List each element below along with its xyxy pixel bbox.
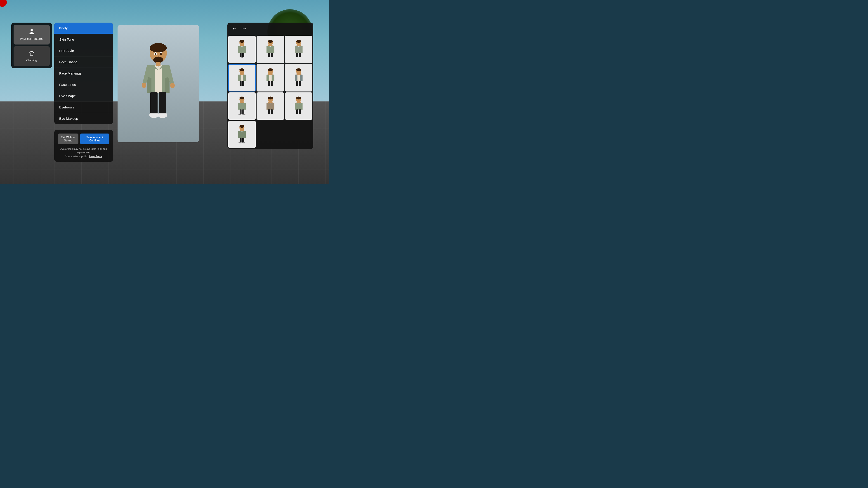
- svg-point-9: [160, 53, 162, 55]
- avatar-preview-panel: [118, 25, 199, 142]
- svg-rect-39: [295, 57, 298, 59]
- svg-rect-44: [241, 75, 243, 81]
- category-panel: Physical Features Clothing: [11, 23, 52, 68]
- svg-point-8: [155, 53, 156, 55]
- svg-rect-48: [243, 86, 246, 87]
- svg-rect-88: [240, 130, 244, 131]
- physical-features-button[interactable]: Physical Features: [13, 25, 50, 44]
- outfit-item-8[interactable]: [256, 92, 284, 120]
- menu-item-eye-shape[interactable]: Eye Shape: [54, 90, 113, 101]
- action-buttons-row: Exit Without Saving Save Avatar & Contin…: [58, 133, 110, 144]
- svg-rect-29: [268, 45, 273, 46]
- svg-rect-14: [150, 92, 158, 115]
- bottom-actions-panel: Exit Without Saving Save Avatar & Contin…: [54, 130, 113, 162]
- svg-rect-92: [243, 142, 246, 143]
- svg-rect-45: [240, 81, 242, 86]
- menu-panel: Body Skin Tone Hair Style Face Shape Fac…: [54, 23, 113, 124]
- svg-rect-85: [299, 114, 302, 115]
- svg-point-73: [268, 97, 273, 100]
- exit-without-saving-button[interactable]: Exit Without Saving: [58, 133, 79, 144]
- svg-rect-81: [297, 102, 301, 103]
- undo-button[interactable]: ↩: [231, 25, 238, 32]
- right-panel-header: ↩ ↪: [227, 23, 313, 35]
- svg-point-28: [268, 40, 273, 43]
- svg-rect-90: [242, 138, 244, 143]
- svg-rect-89: [240, 138, 242, 143]
- menu-item-hair-style[interactable]: Hair Style: [54, 45, 113, 56]
- outfit-grid: [227, 35, 313, 149]
- svg-rect-71: [243, 114, 246, 115]
- svg-rect-46: [242, 81, 244, 86]
- svg-rect-60: [298, 75, 300, 81]
- svg-rect-77: [267, 114, 270, 115]
- svg-rect-70: [239, 114, 242, 115]
- svg-rect-36: [297, 45, 301, 46]
- menu-item-eyebrows[interactable]: Eyebrows: [54, 102, 113, 113]
- svg-rect-19: [158, 113, 167, 116]
- menu-item-eye-makeup[interactable]: Eye Makeup: [54, 113, 113, 124]
- svg-rect-33: [271, 57, 274, 59]
- physical-features-label: Physical Features: [20, 37, 43, 41]
- svg-rect-91: [239, 142, 242, 143]
- clothing-icon: [29, 50, 35, 57]
- svg-point-50: [268, 68, 273, 71]
- svg-rect-25: [239, 57, 242, 59]
- avatar-figure: [135, 38, 181, 129]
- svg-rect-83: [299, 109, 301, 114]
- svg-rect-69: [242, 109, 244, 114]
- redo-icon: ↪: [243, 26, 246, 31]
- clothing-label: Clothing: [26, 59, 37, 62]
- outfit-item-1[interactable]: [228, 36, 256, 63]
- svg-rect-23: [240, 53, 242, 58]
- svg-rect-31: [271, 53, 273, 58]
- undo-icon: ↩: [233, 26, 236, 31]
- physical-features-icon: [29, 29, 35, 36]
- menu-item-body[interactable]: Body: [54, 23, 113, 34]
- svg-rect-32: [267, 57, 270, 59]
- redo-button[interactable]: ↪: [241, 25, 248, 32]
- menu-item-skin-tone[interactable]: Skin Tone: [54, 34, 113, 45]
- svg-point-0: [31, 29, 33, 31]
- menu-item-face-markings[interactable]: Face Markings: [54, 68, 113, 79]
- svg-rect-61: [296, 81, 298, 86]
- menu-item-face-shape[interactable]: Face Shape: [54, 57, 113, 68]
- right-panel: ↩ ↪: [227, 23, 313, 149]
- outfit-item-10[interactable]: [228, 121, 256, 148]
- svg-rect-64: [299, 86, 302, 87]
- save-avatar-button[interactable]: Save Avatar & Continue: [80, 133, 110, 144]
- svg-point-4: [151, 43, 165, 50]
- clothing-button[interactable]: Clothing: [13, 46, 50, 66]
- svg-rect-51: [268, 73, 273, 74]
- svg-rect-62: [299, 81, 301, 86]
- svg-rect-37: [296, 53, 298, 58]
- outfit-item-5[interactable]: [256, 64, 284, 91]
- learn-more-link[interactable]: Learn More: [89, 155, 102, 158]
- svg-rect-43: [240, 73, 244, 74]
- svg-point-12: [142, 83, 146, 88]
- svg-rect-22: [240, 45, 244, 46]
- svg-rect-38: [299, 53, 301, 58]
- svg-rect-84: [295, 114, 298, 115]
- outfit-item-6[interactable]: [285, 64, 312, 91]
- svg-point-66: [240, 97, 245, 100]
- outfit-item-4[interactable]: [228, 64, 256, 91]
- outfit-item-2[interactable]: [256, 36, 284, 63]
- svg-rect-15: [159, 92, 166, 115]
- svg-rect-30: [268, 53, 270, 58]
- svg-rect-26: [243, 57, 246, 59]
- menu-item-face-lines[interactable]: Face Lines: [54, 79, 113, 90]
- svg-rect-78: [271, 114, 274, 115]
- svg-rect-67: [240, 102, 244, 103]
- svg-rect-55: [267, 86, 270, 87]
- svg-rect-74: [268, 102, 273, 103]
- outfit-item-9[interactable]: [285, 92, 312, 120]
- svg-rect-75: [268, 109, 270, 114]
- info-text: Avatar legs may not be available in all …: [58, 147, 110, 158]
- svg-point-80: [296, 97, 301, 100]
- outfit-item-7[interactable]: [228, 92, 256, 120]
- svg-rect-24: [242, 53, 244, 58]
- svg-rect-18: [149, 113, 158, 116]
- svg-rect-52: [269, 75, 272, 81]
- outfit-item-3[interactable]: [285, 36, 312, 63]
- svg-rect-40: [299, 57, 302, 59]
